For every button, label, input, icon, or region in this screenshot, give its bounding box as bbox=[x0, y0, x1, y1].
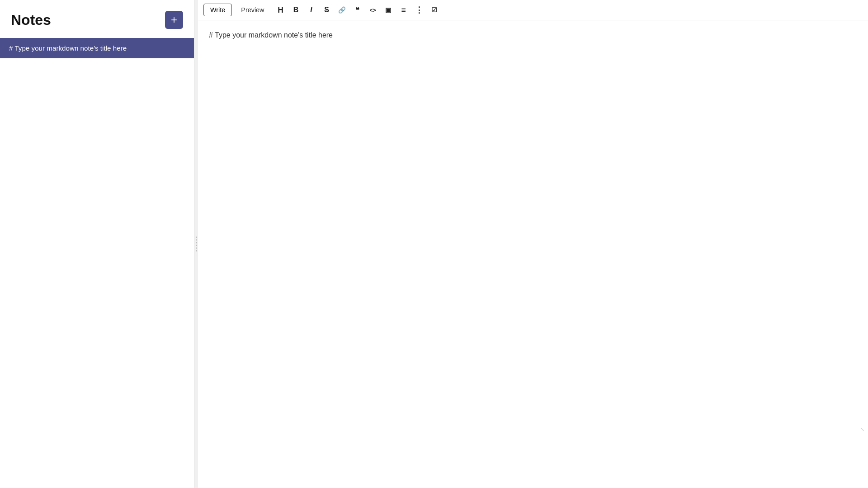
editor-bottom-area bbox=[198, 434, 868, 488]
resizer-dot bbox=[196, 237, 197, 238]
sidebar: Notes + # Type your markdown note's titl… bbox=[0, 0, 194, 488]
note-list: # Type your markdown note's title here bbox=[0, 38, 194, 488]
add-note-button[interactable]: + bbox=[165, 11, 183, 29]
heading-button[interactable]: H bbox=[274, 3, 288, 17]
resizer-dot bbox=[196, 248, 197, 249]
note-item-text: # Type your markdown note's title here bbox=[9, 44, 127, 52]
image-icon bbox=[385, 6, 391, 14]
image-button[interactable] bbox=[381, 3, 396, 17]
quote-icon bbox=[355, 6, 359, 14]
bold-button[interactable]: B bbox=[289, 3, 303, 17]
ordered-list-button[interactable] bbox=[412, 3, 426, 17]
resizer-dot bbox=[196, 245, 197, 246]
panel-resizer[interactable] bbox=[194, 0, 198, 488]
sidebar-header: Notes + bbox=[0, 0, 194, 38]
code-icon bbox=[370, 6, 376, 14]
resizer-dot bbox=[196, 242, 197, 244]
task-list-icon bbox=[431, 6, 437, 14]
unordered-list-icon bbox=[401, 5, 406, 15]
quote-button[interactable] bbox=[350, 3, 365, 17]
sidebar-title: Notes bbox=[11, 12, 51, 28]
italic-button[interactable]: I bbox=[304, 3, 319, 17]
ordered-list-icon bbox=[415, 5, 423, 15]
list-item[interactable]: # Type your markdown note's title here bbox=[0, 38, 194, 58]
code-button[interactable] bbox=[366, 3, 380, 17]
link-icon bbox=[338, 6, 346, 14]
strikethrough-button[interactable]: S bbox=[320, 3, 334, 17]
editor-container: Write Preview H B I S ⤡ bbox=[198, 0, 868, 488]
resizer-dot bbox=[196, 250, 197, 252]
markdown-editor[interactable] bbox=[198, 20, 868, 425]
link-button[interactable] bbox=[335, 3, 349, 17]
tab-preview[interactable]: Preview bbox=[235, 4, 270, 16]
tab-write[interactable]: Write bbox=[203, 4, 232, 16]
resizer-dot bbox=[196, 239, 197, 241]
resizer-handle bbox=[196, 237, 197, 252]
resize-handle-icon: ⤡ bbox=[860, 427, 864, 432]
unordered-list-button[interactable] bbox=[396, 3, 411, 17]
editor-footer: ⤡ bbox=[198, 425, 868, 434]
task-list-button[interactable] bbox=[427, 3, 442, 17]
editor-toolbar: Write Preview H B I S bbox=[198, 0, 868, 20]
